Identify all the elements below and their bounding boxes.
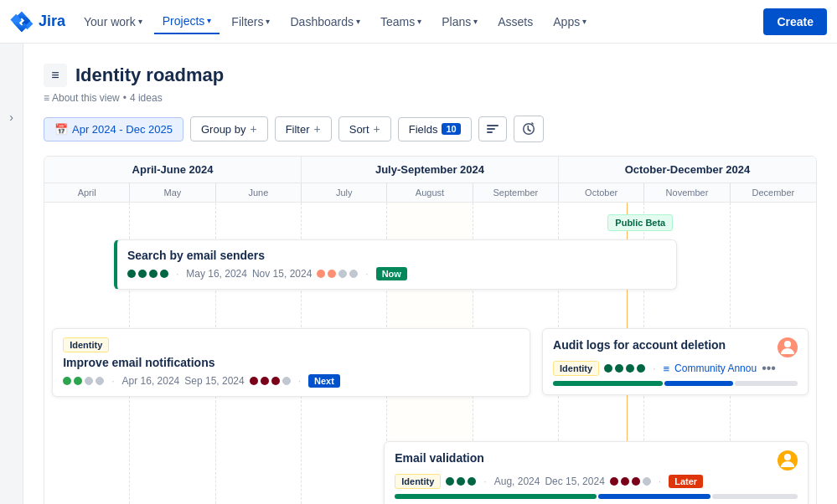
view-options-button[interactable] bbox=[478, 116, 507, 141]
dot-1 bbox=[127, 270, 136, 278]
nav-assets[interactable]: Assets bbox=[489, 10, 541, 33]
identity-badge: Identity bbox=[553, 361, 599, 376]
community-icon: ≡ bbox=[664, 363, 670, 375]
priority-dots bbox=[317, 270, 358, 278]
dot-6 bbox=[632, 477, 640, 486]
nav-dashboards[interactable]: Dashboards ▾ bbox=[282, 10, 369, 33]
nav-filters[interactable]: Filters ▾ bbox=[223, 10, 278, 33]
dot-4 bbox=[637, 364, 645, 373]
chevron-down-icon: ▾ bbox=[356, 17, 360, 26]
dot-7 bbox=[271, 377, 280, 385]
group-by-button[interactable]: Group by + bbox=[190, 116, 268, 141]
auto-schedule-button[interactable] bbox=[514, 116, 544, 142]
priority-dots bbox=[250, 377, 291, 385]
task-card-audit[interactable]: Audit logs for account deletion Identity bbox=[542, 328, 809, 395]
assignee-dots bbox=[127, 270, 168, 278]
task-card-search[interactable]: Search by email senders · May 16, 2024 N… bbox=[114, 239, 677, 290]
timeline-months: April May June July August September Oct… bbox=[44, 183, 816, 203]
month-may: May bbox=[130, 183, 215, 202]
priority-dots bbox=[610, 477, 651, 486]
main-content: ≡ Identity roadmap ≡ About this view • 4… bbox=[23, 44, 837, 504]
gantt-body: Public Beta Search by email senders bbox=[44, 203, 816, 504]
svg-rect-0 bbox=[487, 125, 499, 126]
progress-grey bbox=[712, 494, 798, 499]
nav-projects[interactable]: Projects ▾ bbox=[154, 9, 220, 34]
start-date: May 16, 2024 bbox=[186, 268, 247, 280]
date-range-button[interactable]: 📅 Apr 2024 - Dec 2025 bbox=[44, 117, 183, 141]
month-april: April bbox=[44, 183, 130, 202]
assignee-dots bbox=[604, 364, 645, 373]
chevron-right-icon: › bbox=[9, 111, 13, 124]
chevron-down-icon: ▾ bbox=[266, 17, 270, 26]
page-layout: › ≡ Identity roadmap ≡ About this view •… bbox=[0, 44, 837, 504]
filter-bar: 📅 Apr 2024 - Dec 2025 Group by + Filter … bbox=[44, 116, 817, 142]
avatar bbox=[778, 450, 798, 471]
chevron-down-icon: ▾ bbox=[473, 17, 478, 26]
dot-2 bbox=[74, 377, 82, 385]
progress-green bbox=[553, 381, 663, 386]
progress-bar bbox=[553, 381, 798, 386]
nav-your-work[interactable]: Your work ▾ bbox=[75, 10, 151, 33]
card-header: Email validation bbox=[395, 450, 798, 471]
dot-1 bbox=[63, 377, 71, 385]
dot-8 bbox=[349, 270, 358, 278]
sort-button[interactable]: Sort + bbox=[338, 116, 391, 141]
chevron-down-icon: ▾ bbox=[138, 17, 142, 26]
dot-7 bbox=[338, 270, 347, 278]
chevron-down-icon: ▾ bbox=[582, 17, 586, 26]
end-date: Sep 15, 2024 bbox=[184, 375, 244, 387]
plus-icon: + bbox=[314, 122, 321, 136]
month-november: November bbox=[644, 183, 730, 202]
end-date: Nov 15, 2024 bbox=[252, 268, 312, 280]
dot-2 bbox=[457, 477, 465, 486]
dot-1 bbox=[604, 364, 612, 373]
status-badge: Now bbox=[376, 267, 407, 280]
status-badge: Next bbox=[308, 374, 340, 388]
dot-2 bbox=[615, 364, 623, 373]
start-date: Aug, 2024 bbox=[494, 476, 540, 487]
month-july: July bbox=[302, 183, 387, 202]
start-date: Apr 16, 2024 bbox=[122, 375, 180, 387]
dot-5 bbox=[317, 270, 325, 278]
more-options-icon[interactable]: ••• bbox=[762, 361, 776, 376]
dot-4 bbox=[160, 270, 168, 278]
plus-icon: + bbox=[250, 122, 256, 136]
avatar bbox=[778, 337, 798, 357]
svg-rect-1 bbox=[487, 128, 495, 130]
sidebar-toggle[interactable]: › bbox=[0, 44, 23, 504]
task-title: Audit logs for account deletion bbox=[553, 338, 726, 352]
page-title: Identity roadmap bbox=[75, 64, 224, 86]
task-title: Improve email notifications bbox=[63, 356, 519, 369]
period-q2: July-September 2024 bbox=[302, 157, 559, 183]
progress-blue bbox=[664, 381, 733, 386]
dot-6 bbox=[328, 270, 336, 278]
meta-about[interactable]: ≡ About this view bbox=[44, 92, 120, 104]
month-september: September bbox=[473, 183, 559, 202]
svg-point-3 bbox=[784, 341, 791, 347]
month-june: June bbox=[216, 183, 302, 202]
filter-button[interactable]: Filter + bbox=[275, 116, 332, 141]
month-august: August bbox=[387, 183, 473, 202]
dot-1 bbox=[446, 477, 454, 486]
create-button[interactable]: Create bbox=[763, 8, 827, 35]
identity-badge: Identity bbox=[395, 474, 441, 489]
jira-logo[interactable]: Jira bbox=[10, 10, 65, 33]
task-card-email-notif[interactable]: Identity Improve email notifications · bbox=[52, 328, 530, 397]
task-card-email-val[interactable]: Email validation Identity · bbox=[384, 441, 809, 504]
dot-2 bbox=[138, 270, 147, 278]
svg-point-4 bbox=[784, 454, 791, 460]
nav-apps[interactable]: Apps ▾ bbox=[545, 10, 595, 33]
fields-button[interactable]: Fields 10 bbox=[398, 117, 472, 141]
dot-5 bbox=[621, 477, 629, 486]
assignee-dots bbox=[446, 477, 476, 486]
public-beta-badge: Public Beta bbox=[607, 214, 673, 231]
svg-rect-2 bbox=[487, 131, 493, 133]
task-title: Email validation bbox=[395, 451, 484, 465]
end-date: Dec 15, 2024 bbox=[545, 476, 604, 487]
dot-3 bbox=[626, 364, 634, 373]
timeline: April-June 2024 July-September 2024 Octo… bbox=[44, 156, 817, 504]
card-left: Audit logs for account deletion bbox=[553, 338, 726, 357]
nav-plans[interactable]: Plans ▾ bbox=[433, 10, 486, 33]
nav-teams[interactable]: Teams ▾ bbox=[372, 10, 430, 33]
month-december: December bbox=[731, 183, 816, 202]
